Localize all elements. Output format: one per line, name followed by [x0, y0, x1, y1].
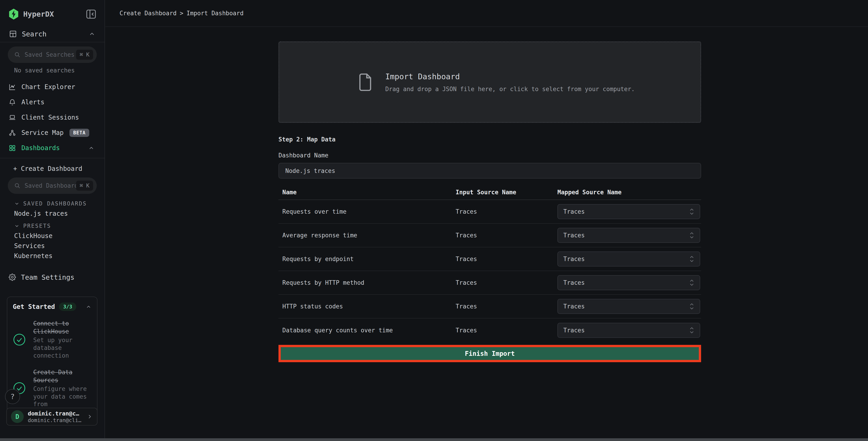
mapped-source-select[interactable]: Traces: [557, 252, 700, 266]
table-header-row: Name Input Source Name Mapped Source Nam…: [278, 185, 701, 200]
dashboards-section: + Create Dashboard ⌘ K SAVED DASHBOARDS …: [0, 163, 104, 261]
row-name: Requests by HTTP method: [282, 279, 456, 286]
team-settings-label: Team Settings: [21, 273, 74, 281]
table-row: Requests over time Traces Traces: [278, 200, 701, 224]
select-chevrons-icon: [689, 208, 694, 215]
divider: [0, 158, 104, 158]
gear-icon: [9, 273, 16, 281]
get-started-item-title: Connect to ClickHouse: [33, 320, 88, 335]
sidebar-preset-services[interactable]: Services: [0, 241, 104, 251]
saved-searches-searchbox[interactable]: ⌘ K: [8, 47, 97, 63]
chevron-up-icon[interactable]: [89, 31, 95, 37]
table-icon: [9, 30, 17, 38]
select-chevrons-icon: [689, 326, 694, 334]
sidebar-item-client-sessions[interactable]: Client Sessions: [0, 110, 104, 125]
select-chevrons-icon: [689, 231, 694, 239]
sidebar-nav: Chart Explorer Alerts Client Sessions: [0, 79, 104, 155]
horizontal-scrollbar[interactable]: [0, 438, 868, 441]
saved-dashboards-searchbox[interactable]: ⌘ K: [8, 177, 97, 194]
column-header-name: Name: [282, 189, 456, 196]
mapped-source-select[interactable]: Traces: [557, 275, 700, 290]
dashboard-name-label: Dashboard Name: [278, 152, 701, 159]
chevron-up-icon[interactable]: [88, 145, 94, 151]
sidebar-item-team-settings[interactable]: Team Settings: [0, 270, 104, 284]
search-icon: [14, 182, 21, 189]
get-started-item-connect[interactable]: Connect to ClickHouse Set up your databa…: [13, 320, 92, 360]
row-name: Average response time: [282, 232, 456, 239]
group-header-label: SAVED DASHBOARDS: [23, 201, 87, 207]
row-input-source: Traces: [456, 279, 557, 286]
file-icon: [358, 72, 373, 92]
breadcrumb-create-dashboard[interactable]: Create Dashboard: [120, 10, 177, 17]
brand-row: HyperDX: [0, 0, 104, 20]
table-row: Average response time Traces Traces: [278, 224, 701, 247]
dropzone-title: Import Dashboard: [385, 72, 635, 81]
hyperdx-logo-icon: [8, 8, 19, 20]
sidebar-item-search[interactable]: Search: [0, 26, 104, 42]
create-dashboard-button[interactable]: + Create Dashboard: [0, 163, 104, 174]
selected-source-value: Traces: [563, 327, 689, 334]
group-presets[interactable]: PRESETS: [0, 221, 104, 231]
chevron-down-icon: [14, 201, 20, 206]
table-row: HTTP status codes Traces Traces: [278, 295, 701, 319]
check-circle-icon: [13, 333, 26, 346]
saved-searches-input[interactable]: [25, 51, 76, 58]
brand-title: HyperDX: [23, 10, 86, 19]
select-chevrons-icon: [689, 255, 694, 263]
nav-label: Client Sessions: [22, 114, 79, 121]
get-started-panel: Get Started 3/3 Connect to ClickHouse Se…: [7, 297, 97, 424]
sidebar-preset-kubernetes[interactable]: Kubernetes: [0, 251, 104, 261]
chevron-up-icon[interactable]: [86, 304, 92, 310]
finish-import-button[interactable]: Finish Import: [281, 347, 699, 360]
selected-source-value: Traces: [563, 303, 689, 310]
saved-dashboards-shortcut: ⌘ K: [76, 181, 93, 190]
get-started-item-sources[interactable]: Create Data Sources Configure where your…: [13, 368, 92, 408]
table-row: Database query counts over time Traces T…: [278, 319, 701, 342]
breadcrumb: Create Dashboard>Import Dashboard: [120, 10, 244, 17]
sidebar-item-dashboards[interactable]: Dashboards: [0, 140, 104, 155]
saved-searches-shortcut: ⌘ K: [76, 50, 93, 60]
mapped-source-select[interactable]: Traces: [557, 323, 700, 338]
table-body: Requests over time Traces Traces Average…: [278, 200, 701, 342]
group-header-label: PRESETS: [23, 223, 51, 229]
breadcrumb-import-dashboard: Import Dashboard: [186, 10, 243, 17]
row-name: HTTP status codes: [282, 303, 456, 310]
json-dropzone[interactable]: Import Dashboard Drag and drop a JSON fi…: [278, 41, 701, 123]
saved-dashboards-input[interactable]: [25, 182, 76, 189]
help-button[interactable]: ?: [5, 389, 20, 404]
nav-label: Service Map: [22, 129, 64, 137]
mapped-source-select[interactable]: Traces: [557, 228, 700, 243]
sidebar-dashboard-nodejs-traces[interactable]: Node.js traces: [0, 208, 104, 218]
divider: [0, 42, 104, 42]
table-row: Requests by endpoint Traces Traces: [278, 247, 701, 271]
sidebar-item-alerts[interactable]: Alerts: [0, 94, 104, 110]
chevron-right-icon: [87, 413, 93, 420]
service-map-icon: [9, 129, 16, 137]
topbar: Create Dashboard>Import Dashboard: [105, 0, 868, 27]
dashboard-name-input[interactable]: [278, 163, 701, 179]
chevron-down-icon: [14, 223, 20, 229]
sidebar-preset-clickhouse[interactable]: ClickHouse: [0, 231, 104, 241]
group-saved-dashboards[interactable]: SAVED DASHBOARDS: [0, 199, 104, 208]
row-name: Database query counts over time: [282, 327, 456, 334]
import-content: Import Dashboard Drag and drop a JSON fi…: [278, 41, 701, 362]
get-started-header[interactable]: Get Started 3/3: [13, 302, 92, 311]
dropzone-subtitle: Drag and drop a JSON file here, or click…: [385, 86, 635, 92]
column-header-input-source: Input Source Name: [456, 189, 557, 196]
finish-import-highlight: Finish Import: [278, 345, 701, 362]
mapped-source-select[interactable]: Traces: [557, 204, 700, 219]
user-email: dominic.tran@cli…: [28, 417, 87, 423]
nav-label: Alerts: [22, 98, 44, 106]
mapped-source-select[interactable]: Traces: [557, 299, 700, 314]
dashboards-grid-icon: [9, 144, 16, 152]
user-account-card[interactable]: D dominic.tran@c… dominic.tran@cli…: [6, 408, 97, 425]
sidebar-item-service-map[interactable]: Service Map BETA: [0, 125, 104, 140]
collapse-sidebar-icon[interactable]: [86, 9, 96, 19]
sidebar: HyperDX Search ⌘ K: [0, 0, 105, 441]
search-section-label: Search: [22, 30, 89, 38]
selected-source-value: Traces: [563, 256, 689, 262]
sidebar-item-chart-explorer[interactable]: Chart Explorer: [0, 79, 104, 94]
no-saved-searches-note: No saved searches: [0, 67, 104, 74]
question-mark-icon: ?: [10, 392, 14, 401]
mapping-table: Name Input Source Name Mapped Source Nam…: [278, 185, 701, 342]
